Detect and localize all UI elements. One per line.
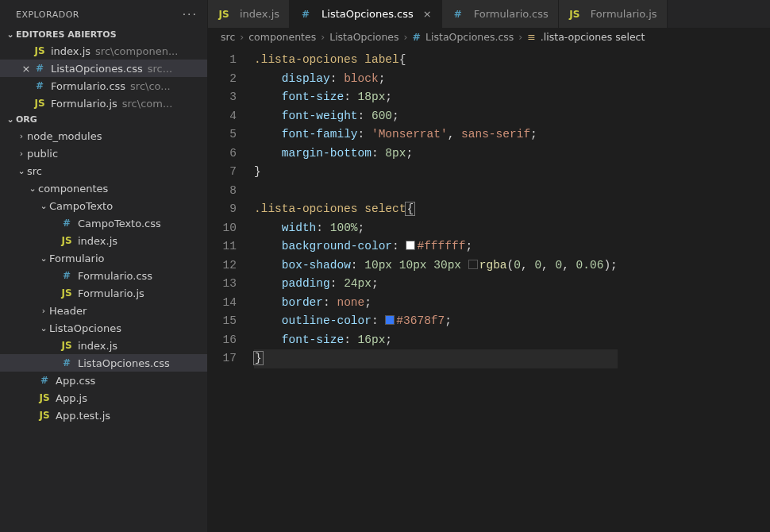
- tree-item[interactable]: ›Header: [0, 302, 207, 319]
- code-line[interactable]: display: block;: [254, 70, 618, 89]
- tree-item[interactable]: ⌄ListaOpciones: [0, 319, 207, 337]
- code-line[interactable]: font-family: 'Monserrat', sans-serif;: [254, 125, 618, 145]
- tree-item[interactable]: JSindex.js: [0, 337, 207, 354]
- code-line[interactable]: outline-color: #3678f7;: [254, 312, 618, 331]
- open-editor-item[interactable]: JSFormulario.jssrc\com...: [0, 94, 207, 112]
- code-line[interactable]: .lista-opciones select{: [254, 200, 618, 219]
- token-punc: ;: [379, 72, 386, 85]
- open-editors-header[interactable]: ⌄ EDITORES ABIERTOS: [0, 27, 207, 42]
- tab-label: Formulario.js: [591, 8, 657, 20]
- token-prop: box-shadow: [282, 259, 351, 272]
- close-icon[interactable]: ×: [19, 63, 33, 75]
- token-num: 0.06: [576, 259, 604, 272]
- breadcrumb[interactable]: src›componentes›ListaOpciones›#ListaOpci…: [208, 28, 770, 46]
- file-tree: ›node_modules›public⌄src⌄componentes⌄Cam…: [0, 127, 207, 532]
- tree-item[interactable]: #App.css: [0, 372, 207, 389]
- code-line[interactable]: margin-bottom: 8px;: [254, 145, 618, 164]
- code-line[interactable]: padding: 24px;: [254, 275, 618, 294]
- tree-item[interactable]: JSApp.js: [0, 389, 207, 407]
- code-line[interactable]: width: 100%;: [254, 219, 618, 238]
- project-header[interactable]: ⌄ ORG: [0, 112, 207, 127]
- breadcrumb-symbol[interactable]: .lista-opciones select: [541, 31, 645, 43]
- tree-item[interactable]: ⌄CampoTexto: [0, 197, 207, 214]
- close-icon[interactable]: ×: [423, 8, 432, 20]
- tree-item-label: CampoTexto: [49, 200, 113, 212]
- color-swatch[interactable]: [468, 260, 478, 269]
- open-editor-item[interactable]: ×#ListaOpciones.csssrc...: [0, 60, 207, 77]
- token-num: 24px: [344, 277, 372, 290]
- code-line[interactable]: font-size: 18px;: [254, 88, 618, 107]
- breadcrumb-part[interactable]: componentes: [248, 31, 316, 43]
- breadcrumb-part[interactable]: src: [221, 31, 235, 43]
- tree-item[interactable]: #CampoTexto.css: [0, 214, 207, 232]
- code-line[interactable]: [254, 182, 618, 201]
- token-punc: ,: [562, 259, 576, 272]
- token-val: #ffffff: [417, 240, 465, 253]
- chevron-right-icon: ›: [16, 148, 27, 159]
- project-name: ORG: [16, 114, 37, 125]
- token-punc: :: [358, 128, 372, 141]
- js-icon: JS: [33, 98, 46, 109]
- tree-item[interactable]: #Formulario.css: [0, 267, 207, 284]
- tab[interactable]: JSindex.js: [208, 0, 290, 28]
- tree-item[interactable]: ›node_modules: [0, 127, 207, 145]
- tree-item[interactable]: ⌄componentes: [0, 179, 207, 197]
- token-punc: :: [344, 333, 357, 346]
- code-content[interactable]: .lista-opciones label{ display: block; f…: [249, 46, 618, 532]
- line-number: 9: [208, 200, 237, 219]
- css-icon: #: [33, 80, 46, 91]
- open-editor-item[interactable]: JSindex.jssrc\componen...: [0, 42, 207, 60]
- code-line[interactable]: font-size: 16px;: [254, 331, 618, 350]
- tree-item[interactable]: ⌄src: [0, 162, 207, 179]
- tree-item-label: ListaOpciones: [49, 322, 121, 334]
- line-number: 6: [208, 145, 237, 164]
- token-punc: ;: [465, 240, 472, 253]
- tree-item-label: Formulario.js: [78, 287, 144, 299]
- chevron-right-icon: ›: [16, 131, 27, 141]
- token-punc: ,: [448, 128, 461, 141]
- token-val: block: [344, 72, 379, 85]
- code-line[interactable]: box-shadow: 10px 10px 30px rgba(0, 0, 0,…: [254, 256, 618, 276]
- chevron-down-icon: ⌄: [38, 253, 49, 264]
- editor-area: JSindex.js#ListaOpciones.css×#Formulario…: [208, 0, 770, 532]
- line-number: 2: [208, 70, 237, 89]
- tree-item[interactable]: JSFormulario.js: [0, 284, 207, 302]
- tree-item[interactable]: ⌄Formulario: [0, 249, 207, 267]
- token-val: sans-serif: [461, 128, 530, 141]
- token-prop: font-size: [282, 91, 344, 103]
- tree-item[interactable]: ›public: [0, 145, 207, 162]
- tab[interactable]: #Formulario.css: [442, 0, 559, 28]
- css-icon: #: [413, 31, 421, 43]
- code-editor[interactable]: 1234567891011121314151617 .lista-opcione…: [208, 46, 770, 532]
- tree-item[interactable]: JSApp.test.js: [0, 407, 207, 424]
- line-number: 11: [208, 237, 237, 256]
- breadcrumb-part[interactable]: ListaOpciones: [329, 31, 398, 43]
- code-line[interactable]: background-color: #ffffff;: [254, 237, 618, 256]
- chevron-down-icon: ⌄: [38, 323, 49, 333]
- token-num: 0: [514, 259, 521, 272]
- open-editor-item[interactable]: #Formulario.csssrc\co...: [0, 77, 207, 94]
- color-swatch[interactable]: [385, 315, 395, 325]
- js-icon: JS: [568, 9, 581, 20]
- tree-item[interactable]: #ListaOpciones.css: [0, 354, 207, 372]
- more-icon[interactable]: ···: [183, 8, 198, 21]
- code-line[interactable]: }: [254, 163, 618, 182]
- line-number: 16: [208, 331, 237, 350]
- color-swatch[interactable]: [406, 241, 415, 250]
- tab[interactable]: JSFormulario.js: [559, 0, 668, 28]
- file-path: src...: [148, 63, 201, 75]
- code-line[interactable]: }: [254, 349, 618, 368]
- tab[interactable]: #ListaOpciones.css×: [290, 0, 442, 28]
- line-number: 8: [208, 182, 237, 201]
- token-punc: :: [323, 296, 337, 309]
- tree-item[interactable]: JSindex.js: [0, 232, 207, 249]
- token-num: 600: [372, 110, 392, 122]
- css-icon: #: [60, 357, 73, 368]
- breadcrumb-file[interactable]: ListaOpciones.css: [425, 31, 514, 43]
- code-line[interactable]: font-weight: 600;: [254, 107, 618, 126]
- file-path: src\componen...: [95, 45, 201, 57]
- code-line[interactable]: .lista-opciones label{: [254, 51, 618, 70]
- code-line[interactable]: border: none;: [254, 294, 618, 313]
- explorer-header: EXPLORADOR ···: [0, 0, 207, 27]
- tab-bar: JSindex.js#ListaOpciones.css×#Formulario…: [208, 0, 770, 28]
